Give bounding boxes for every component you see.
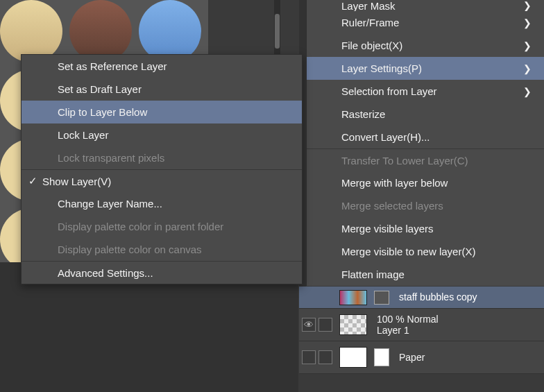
layer-context-menu: Layer Mask ❯ Ruler/Frame ❯ File object(X… <box>306 0 544 286</box>
layer-name: staff bubbles copy <box>399 291 477 302</box>
menu-merge-visible-new[interactable]: Merge visible to new layer(X) <box>307 240 544 263</box>
menu-layer-settings[interactable]: Layer Settings(P) ❯ <box>307 57 544 80</box>
menu-display-palette-canvas: Display palette color on canvas <box>22 238 302 261</box>
layer-thumbnail <box>339 347 367 368</box>
layer-mask-thumbnail <box>374 291 389 305</box>
menu-set-draft-layer[interactable]: Set as Draft Layer <box>22 78 302 101</box>
menu-show-layer[interactable]: ✓ Show Layer(V) <box>22 169 302 192</box>
chevron-right-icon: ❯ <box>523 0 532 11</box>
layer-thumbnail <box>339 290 367 305</box>
layer-panel: staff bubbles copy 👁 100 % Normal Layer … <box>299 287 544 374</box>
menu-display-palette-parent: Display palette color in parent folder <box>22 215 302 238</box>
menu-ruler-frame[interactable]: Ruler/Frame ❯ <box>307 11 544 34</box>
lock-toggle[interactable] <box>318 318 332 332</box>
menu-clip-to-layer-below[interactable]: Clip to Layer Below <box>22 101 302 123</box>
chevron-right-icon: ❯ <box>523 63 532 74</box>
layer-name: Layer 1 <box>377 325 439 336</box>
menu-file-object[interactable]: File object(X) ❯ <box>307 34 544 57</box>
menu-set-reference-layer[interactable]: Set as Reference Layer <box>22 55 302 78</box>
menu-lock-layer[interactable]: Lock Layer <box>22 123 302 146</box>
menu-flatten-image[interactable]: Flatten image <box>307 263 544 286</box>
layer-info: 100 % Normal Layer 1 <box>377 314 439 336</box>
paper-icon <box>374 348 389 366</box>
menu-rasterize[interactable]: Rasterize <box>307 103 544 126</box>
menu-selection-from-layer[interactable]: Selection from Layer ❯ <box>307 80 544 103</box>
menu-merge-selected: Merge selected layers <box>307 194 544 217</box>
lock-toggle[interactable] <box>318 350 332 364</box>
layer-row-staff-bubbles-copy[interactable]: staff bubbles copy <box>299 287 544 309</box>
menu-layer-mask[interactable]: Layer Mask ❯ <box>307 0 544 11</box>
menu-convert-layer[interactable]: Convert Layer(H)... <box>307 126 544 148</box>
menu-lock-transparent-pixels: Lock transparent pixels <box>22 146 302 169</box>
layer-settings-submenu: Set as Reference Layer Set as Draft Laye… <box>21 54 303 284</box>
layer-row-paper[interactable]: Paper <box>299 341 544 374</box>
menu-change-layer-name[interactable]: Change Layer Name... <box>22 192 302 215</box>
canvas-scrollbar[interactable] <box>274 0 280 61</box>
menu-transfer-lower: Transfer To Lower Layer(C) <box>307 148 544 171</box>
chevron-right-icon: ❯ <box>523 40 532 51</box>
visibility-toggle[interactable] <box>302 350 316 364</box>
layer-row-layer-1[interactable]: 👁 100 % Normal Layer 1 <box>299 309 544 341</box>
eye-icon: 👁 <box>304 319 314 330</box>
chevron-right-icon: ❯ <box>523 17 532 28</box>
menu-merge-below[interactable]: Merge with layer below <box>307 171 544 194</box>
menu-advanced-settings[interactable]: Advanced Settings... <box>22 261 302 284</box>
layer-thumbnail <box>339 314 367 335</box>
visibility-toggle[interactable]: 👁 <box>302 318 316 332</box>
chevron-right-icon: ❯ <box>523 86 532 97</box>
layer-name: Paper <box>399 352 425 363</box>
menu-merge-visible[interactable]: Merge visible layers <box>307 217 544 240</box>
